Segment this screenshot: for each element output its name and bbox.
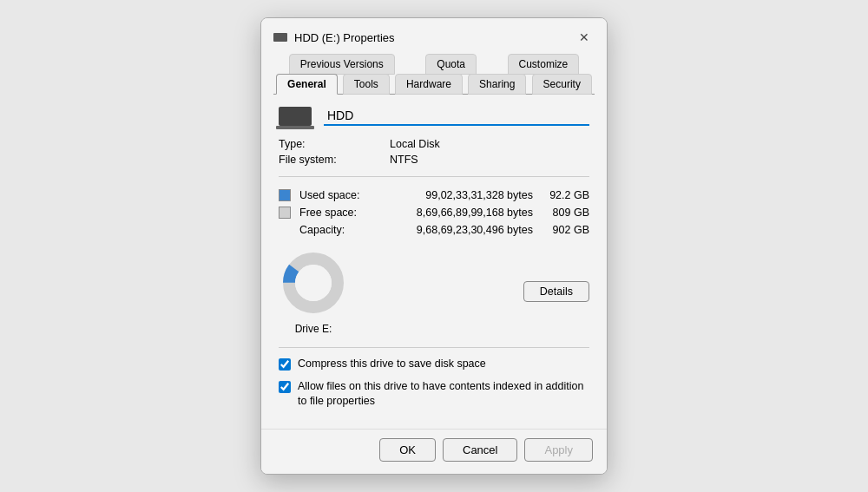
compress-label: Compress this drive to save disk space bbox=[298, 357, 486, 372]
type-value: Local Disk bbox=[390, 138, 589, 150]
tab-general[interactable]: General bbox=[276, 74, 338, 95]
capacity-gb: 902 GB bbox=[542, 224, 589, 236]
used-space-bytes: 99,02,33,31,328 bytes bbox=[378, 189, 533, 201]
tab-quota[interactable]: Quota bbox=[425, 54, 477, 75]
details-button[interactable]: Details bbox=[523, 281, 589, 302]
hdd-icon bbox=[273, 33, 287, 42]
filesystem-value: NTFS bbox=[390, 154, 589, 166]
tabs-container: Previous Versions Quota Customize Genera… bbox=[261, 48, 607, 95]
index-checkbox[interactable] bbox=[279, 381, 291, 393]
info-grid: Type: Local Disk File system: NTFS bbox=[279, 138, 589, 177]
properties-dialog: HDD (E:) Properties ✕ Previous Versions … bbox=[260, 17, 608, 475]
donut-wrapper: Drive E: bbox=[279, 248, 348, 335]
free-space-dot bbox=[279, 207, 291, 219]
tabs-lower-row: General Tools Hardware Sharing Security bbox=[273, 73, 595, 95]
checkboxes-section: Compress this drive to save disk space A… bbox=[279, 357, 589, 410]
drive-header bbox=[279, 107, 589, 126]
capacity-row: Capacity: 9,68,69,23,30,496 bytes 902 GB bbox=[279, 224, 589, 236]
filesystem-label: File system: bbox=[279, 154, 383, 166]
free-space-gb: 809 GB bbox=[542, 207, 589, 219]
tab-previous-versions[interactable]: Previous Versions bbox=[289, 54, 395, 75]
tab-security[interactable]: Security bbox=[532, 74, 592, 95]
index-label: Allow files on this drive to have conten… bbox=[298, 379, 589, 410]
tabs-upper-row: Previous Versions Quota Customize bbox=[273, 53, 595, 74]
capacity-bytes: 9,68,69,23,30,496 bytes bbox=[369, 224, 533, 236]
index-checkbox-row: Allow files on this drive to have conten… bbox=[279, 379, 589, 410]
tab-sharing[interactable]: Sharing bbox=[468, 74, 526, 95]
used-space-gb: 92.2 GB bbox=[542, 189, 589, 201]
drive-name-input[interactable] bbox=[324, 107, 589, 126]
title-bar-left: HDD (E:) Properties bbox=[273, 31, 395, 44]
tab-customize[interactable]: Customize bbox=[508, 54, 580, 75]
dialog-title: HDD (E:) Properties bbox=[294, 31, 395, 44]
apply-button[interactable]: Apply bbox=[524, 438, 593, 462]
free-space-bytes: 8,69,66,89,99,168 bytes bbox=[378, 207, 533, 219]
used-space-label: Used space: bbox=[299, 189, 369, 201]
svg-point-2 bbox=[295, 265, 332, 301]
free-space-label: Free space: bbox=[299, 207, 369, 219]
donut-section: Drive E: Details bbox=[279, 248, 589, 348]
type-label: Type: bbox=[279, 138, 383, 150]
tab-content-general: Type: Local Disk File system: NTFS Used … bbox=[261, 95, 607, 429]
title-bar: HDD (E:) Properties ✕ bbox=[261, 18, 607, 48]
donut-chart bbox=[279, 248, 348, 318]
used-space-row: Used space: 99,02,33,31,328 bytes 92.2 G… bbox=[279, 189, 589, 201]
tab-tools[interactable]: Tools bbox=[343, 74, 390, 95]
dialog-footer: OK Cancel Apply bbox=[261, 429, 607, 474]
compress-checkbox[interactable] bbox=[279, 358, 291, 371]
drive-icon bbox=[279, 107, 312, 126]
close-button[interactable]: ✕ bbox=[574, 27, 595, 48]
free-space-row: Free space: 8,69,66,89,99,168 bytes 809 … bbox=[279, 207, 589, 219]
tab-hardware[interactable]: Hardware bbox=[395, 74, 463, 95]
compress-checkbox-row: Compress this drive to save disk space bbox=[279, 357, 589, 372]
capacity-label: Capacity: bbox=[299, 224, 360, 236]
cancel-button[interactable]: Cancel bbox=[443, 438, 517, 462]
ok-button[interactable]: OK bbox=[379, 438, 436, 462]
drive-label: Drive E: bbox=[295, 323, 332, 335]
used-space-dot bbox=[279, 189, 291, 201]
